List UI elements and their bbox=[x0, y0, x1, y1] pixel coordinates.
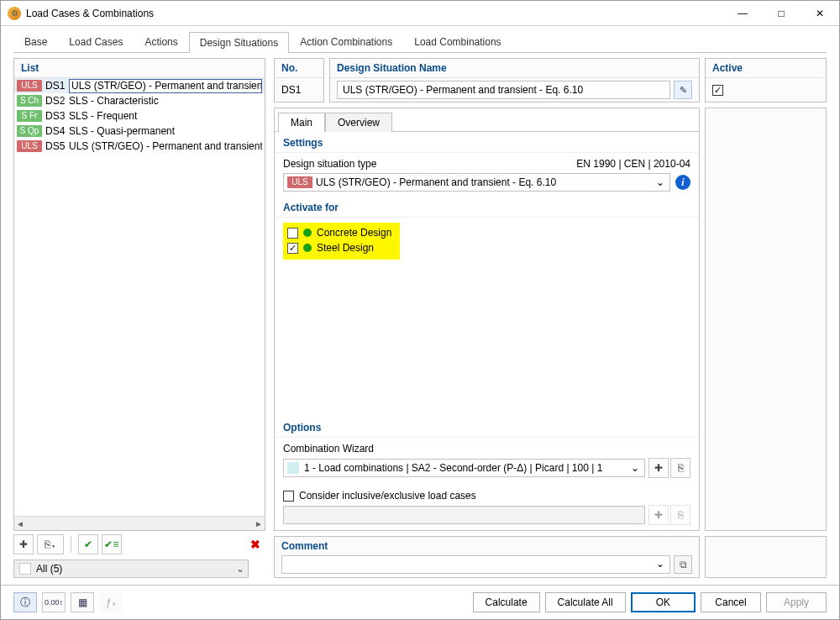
details-button[interactable]: ▦ bbox=[71, 592, 94, 612]
concrete-label: Concrete Design bbox=[317, 227, 391, 239]
ds-label: ULS (STR/GEO) - Permanent and transient … bbox=[69, 140, 262, 152]
type-standard: EN 1990 | CEN | 2010-04 bbox=[576, 158, 690, 170]
steel-checkbox[interactable]: ✓ bbox=[287, 243, 298, 254]
list-item[interactable]: S Ch DS2 SLS - Characteristic bbox=[14, 93, 265, 108]
ds-list[interactable]: ULS DS1 ULS (STR/GEO) - Permanent and tr… bbox=[14, 78, 265, 516]
wizard-dropdown[interactable]: 1 - Load combinations | SA2 - Second-ord… bbox=[283, 459, 645, 477]
close-button[interactable]: ✕ bbox=[801, 1, 839, 26]
check-filter-button[interactable]: ✔≡ bbox=[102, 534, 122, 554]
tag-sch: S Ch bbox=[17, 95, 42, 107]
active-header: Active bbox=[706, 59, 826, 78]
comment-input[interactable]: ⌄ bbox=[281, 555, 670, 574]
subtab-main[interactable]: Main bbox=[278, 113, 325, 132]
list-filter-dropdown[interactable]: All (5) ⌄ bbox=[13, 560, 249, 578]
ds-no: DS1 bbox=[45, 80, 69, 92]
edit-name-button[interactable]: ✎ bbox=[674, 81, 692, 99]
info-button[interactable]: i bbox=[675, 175, 690, 190]
list-header: List bbox=[14, 59, 265, 78]
copy-ds-dropdown[interactable]: ⎘▾ bbox=[37, 534, 64, 554]
tip-button[interactable]: ⓘ bbox=[13, 592, 37, 612]
tag-sfr: S Fr bbox=[17, 110, 42, 122]
apply-button: Apply bbox=[766, 592, 827, 612]
list-item[interactable]: ULS DS1 ULS (STR/GEO) - Permanent and tr… bbox=[14, 78, 265, 93]
ds-label: SLS - Quasi-permanent bbox=[69, 125, 262, 137]
right-strip bbox=[705, 108, 827, 531]
chevron-down-icon: ⌄ bbox=[656, 558, 664, 570]
units-button[interactable]: 0.00↕ bbox=[42, 592, 66, 612]
tab-design-situations[interactable]: Design Situations bbox=[189, 32, 289, 53]
type-dropdown[interactable]: ULS ULS (STR/GEO) - Permanent and transi… bbox=[283, 173, 670, 192]
ok-button[interactable]: OK bbox=[631, 592, 696, 612]
ds-no: DS5 bbox=[45, 140, 69, 152]
ds-no: DS3 bbox=[45, 110, 69, 122]
app-icon: ⚙ bbox=[8, 7, 21, 20]
new-ds-button[interactable]: ✚ bbox=[13, 534, 34, 554]
wizard-value: 1 - Load combinations | SA2 - Second-ord… bbox=[304, 462, 602, 474]
settings-header: Settings bbox=[275, 132, 699, 153]
consider-edit-button: ⎘ bbox=[670, 505, 690, 525]
wizard-edit-button[interactable]: ⎘ bbox=[670, 458, 690, 478]
list-item[interactable]: ULS DS5 ULS (STR/GEO) - Permanent and tr… bbox=[14, 139, 265, 154]
comment-label: Comment bbox=[281, 540, 692, 552]
tab-actions[interactable]: Actions bbox=[134, 31, 188, 52]
list-item[interactable]: S Fr DS3 SLS - Frequent bbox=[14, 108, 265, 123]
type-label: Design situation type bbox=[283, 158, 376, 170]
chevron-down-icon: ⌄ bbox=[656, 176, 664, 188]
ds-label: SLS - Characteristic bbox=[69, 95, 262, 107]
status-dot-icon bbox=[303, 244, 312, 252]
ds-label[interactable]: ULS (STR/GEO) - Permanent and transient … bbox=[69, 79, 262, 93]
maximize-button[interactable]: □ bbox=[762, 1, 801, 26]
window-title: Load Cases & Combinations bbox=[26, 8, 154, 19]
name-input[interactable]: ULS (STR/GEO) - Permanent and transient … bbox=[337, 81, 670, 99]
ds-no: DS2 bbox=[45, 95, 69, 107]
activate-header: Activate for bbox=[275, 197, 699, 218]
cancel-button[interactable]: Cancel bbox=[701, 592, 761, 612]
tag-sqp: S Qp bbox=[17, 125, 42, 137]
type-value: ULS (STR/GEO) - Permanent and transient … bbox=[316, 176, 556, 188]
filter-swatch bbox=[19, 563, 31, 575]
consider-checkbox[interactable] bbox=[283, 491, 294, 502]
wizard-swatch bbox=[287, 462, 299, 474]
list-hscrollbar[interactable]: ◄► bbox=[14, 516, 265, 530]
no-header: No. bbox=[275, 59, 323, 78]
tag-uls: ULS bbox=[287, 176, 312, 188]
concrete-checkbox[interactable] bbox=[287, 228, 298, 239]
wizard-new-button[interactable]: ✚ bbox=[648, 458, 669, 478]
chevron-down-icon: ⌄ bbox=[236, 563, 244, 575]
delete-ds-button[interactable]: ✖ bbox=[245, 534, 265, 554]
comment-attach-button[interactable]: ⧉ bbox=[674, 555, 692, 574]
ds-no: DS4 bbox=[45, 125, 69, 137]
tab-load-cases[interactable]: Load Cases bbox=[58, 31, 134, 52]
steel-label: Steel Design bbox=[317, 242, 374, 254]
consider-dropdown bbox=[283, 506, 645, 524]
filter-label: All (5) bbox=[36, 563, 62, 575]
active-checkbox[interactable]: ✓ bbox=[712, 85, 723, 96]
ds-label: SLS - Frequent bbox=[69, 110, 262, 122]
wizard-label: Combination Wizard bbox=[283, 443, 690, 454]
fx-button: ƒₓ bbox=[99, 592, 123, 612]
no-value: DS1 bbox=[275, 78, 323, 102]
tab-action-combinations[interactable]: Action Combinations bbox=[289, 31, 403, 52]
list-item[interactable]: S Qp DS4 SLS - Quasi-permanent bbox=[14, 123, 265, 139]
name-header: Design Situation Name bbox=[330, 59, 699, 78]
tag-uls: ULS bbox=[17, 140, 42, 152]
right-strip-2 bbox=[705, 536, 827, 578]
tag-uls: ULS bbox=[17, 80, 42, 92]
minimize-button[interactable]: — bbox=[723, 1, 762, 26]
tab-load-combinations[interactable]: Load Combinations bbox=[403, 31, 512, 52]
subtab-overview[interactable]: Overview bbox=[325, 113, 392, 132]
consider-label: Consider inclusive/exclusive load cases bbox=[299, 490, 476, 502]
calculate-button[interactable]: Calculate bbox=[473, 592, 540, 612]
check-all-button[interactable]: ✔ bbox=[78, 534, 98, 554]
status-dot-icon bbox=[303, 229, 312, 237]
calculate-all-button[interactable]: Calculate All bbox=[545, 592, 626, 612]
chevron-down-icon: ⌄ bbox=[631, 462, 639, 474]
options-header: Options bbox=[275, 417, 699, 438]
tab-base[interactable]: Base bbox=[13, 31, 58, 52]
consider-new-button: ✚ bbox=[648, 505, 669, 525]
